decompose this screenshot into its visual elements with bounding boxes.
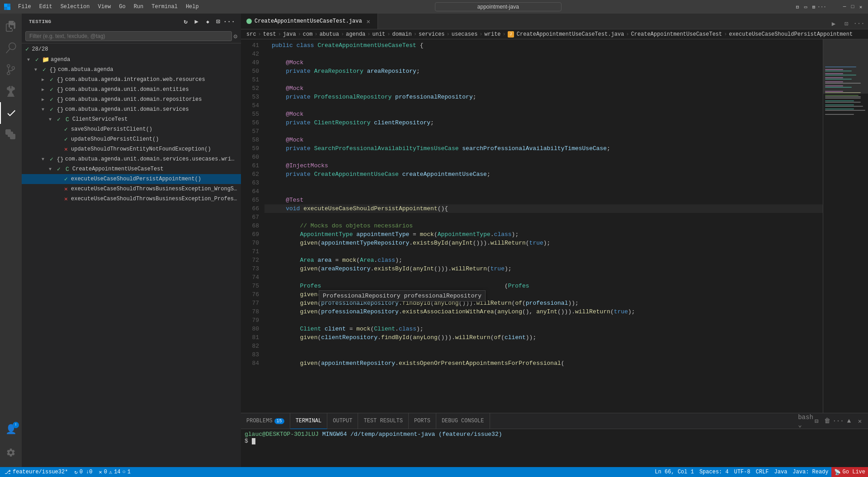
accounts-activity-icon[interactable]: 👤 ! <box>0 418 22 440</box>
sidebar-item-execute-should-persist[interactable]: ▶ ✓ executeUseCaseShouldPersistAppointme… <box>22 174 241 184</box>
debug-tests-button[interactable]: ⬥ <box>203 17 212 26</box>
menu-terminal[interactable]: Terminal <box>148 3 181 11</box>
split-terminal-button[interactable]: ⊟ <box>812 416 821 425</box>
update-throws-label: updateShouldThrowsEntityNotFoundExceptio… <box>71 146 211 152</box>
menu-run[interactable]: Run <box>130 3 147 11</box>
status-errors[interactable]: ✕ 0 ⚠ 14 ○ 1 <box>96 467 133 477</box>
sidebar-item-professional-not-available[interactable]: ▶ ✕ executeUseCaseShouldThrowsBusinessEx… <box>22 194 241 204</box>
breadcrumb-write[interactable]: write <box>485 31 501 38</box>
close-button[interactable]: ✕ <box>857 3 864 10</box>
filter-icon[interactable]: ⚙ <box>234 33 237 40</box>
sidebar-item-wrong-start-end[interactable]: ▶ ✕ executeUseCaseShouldThrowsBusinessEx… <box>22 184 241 194</box>
breadcrumb-services[interactable]: services <box>419 31 445 38</box>
status-line-endings[interactable]: CRLF <box>753 467 772 477</box>
window-layout2[interactable]: ⊞ <box>810 3 817 10</box>
menu-file[interactable]: File <box>14 3 35 11</box>
tab-output[interactable]: OUTPUT <box>327 413 358 429</box>
menu-view[interactable]: View <box>94 3 114 11</box>
breadcrumb-java[interactable]: java <box>283 31 296 38</box>
refresh-tests-button[interactable]: ↻ <box>181 17 190 26</box>
testing-activity-icon[interactable] <box>0 102 22 124</box>
breadcrumb-file[interactable]: CreateAppointmentUseCaseTest.java <box>517 31 624 38</box>
filter-bar: ⚙ <box>22 29 241 43</box>
sidebar-item-update-throws[interactable]: ▶ ✕ updateShouldThrowsEntityNotFoundExce… <box>22 144 241 154</box>
run-debug-activity-icon[interactable] <box>0 80 22 102</box>
tab-create-appointment-test[interactable]: CreateAppointmentUseCaseTest.java ✕ <box>241 14 378 29</box>
status-sync[interactable]: ↻ 0 ↓0 <box>71 467 95 477</box>
window-layout[interactable]: ▭ <box>802 3 809 10</box>
tab-terminal[interactable]: TERMINAL <box>290 413 328 429</box>
sidebar-item-agenda[interactable]: ▼ ✓ 📁 agenda <box>22 55 241 65</box>
save-status-icon: ✓ <box>62 126 70 133</box>
tab-close-button[interactable]: ✕ <box>365 18 372 25</box>
breadcrumb-src[interactable]: src <box>246 31 256 38</box>
terminal-content[interactable]: glauc@DESKTOP-3O1JLUJ MINGW64 /d/temp/ap… <box>241 429 868 467</box>
sidebar-item-update-should-persist[interactable]: ▶ ✓ updateShouldPersistClient() <box>22 134 241 144</box>
more-actions-button[interactable]: ··· <box>225 17 234 26</box>
code-line-75: Profes (Profes ProfessionalRepository pr… <box>264 282 823 290</box>
sidebar-item-create-appointment-test[interactable]: ▼ ✓ C CreateAppointmentUseCaseTest <box>22 164 241 174</box>
minimize-button[interactable]: ─ <box>841 3 848 10</box>
extensions-activity-icon[interactable] <box>0 124 22 146</box>
sidebar-item-services[interactable]: ▼ ✓ {} com.abutua.agenda.unit.domain.ser… <box>22 104 241 114</box>
status-position[interactable]: Ln 66, Col 1 <box>652 467 696 477</box>
restore-button[interactable]: □ <box>849 3 856 10</box>
svg-rect-2 <box>4 7 7 10</box>
status-java-ready[interactable]: Java: Ready <box>790 467 831 477</box>
breadcrumb-agenda[interactable]: agenda <box>346 31 365 38</box>
window-split-editor[interactable]: ⊟ <box>794 3 801 10</box>
breadcrumb-abutua[interactable]: abutua <box>320 31 339 38</box>
source-control-activity-icon[interactable] <box>0 59 22 80</box>
minimap[interactable] <box>823 39 868 413</box>
menu-edit[interactable]: Edit <box>36 3 56 11</box>
sidebar-item-usecases-write[interactable]: ▼ ✓ {} com.abutua.agenda.unit.domain.ser… <box>22 154 241 164</box>
wrong-status-icon: ✕ <box>62 185 70 193</box>
more-tab-actions-button[interactable]: ··· <box>854 18 864 29</box>
explorer-activity-icon[interactable] <box>0 15 22 37</box>
new-terminal-button[interactable]: bash ⌄ <box>801 416 810 425</box>
tab-problems[interactable]: PROBLEMS 15 <box>241 413 290 429</box>
status-branch[interactable]: ⎇ feateure/issue32* <box>2 467 71 477</box>
tab-ports[interactable]: PORTS <box>409 413 436 429</box>
status-encoding[interactable]: UTF-8 <box>731 467 753 477</box>
status-go-live[interactable]: 📡 Go Live <box>831 467 868 477</box>
tab-test-results[interactable]: TEST RESULTS <box>358 413 408 429</box>
sidebar-item-intregation[interactable]: ▶ ✓ {} com.abutua.agenda.intregation.web… <box>22 75 241 85</box>
intregation-label: com.abutua.agenda.intregation.web.resour… <box>65 76 205 83</box>
split-editor-button[interactable]: ⊡ <box>841 18 852 29</box>
status-spaces[interactable]: Spaces: 4 <box>697 467 731 477</box>
breadcrumb-unit[interactable]: unit <box>373 31 386 38</box>
settings-activity-icon[interactable] <box>0 442 22 463</box>
breadcrumb-com[interactable]: com <box>303 31 313 38</box>
sidebar-item-save-should-persist[interactable]: ▶ ✓ saveShouldPersistClient() <box>22 124 241 134</box>
terminal-more-button[interactable]: ··· <box>834 416 843 425</box>
status-language[interactable]: Java <box>772 467 790 477</box>
terminal-user: glauc@DESKTOP-3O1JLUJ <box>245 431 319 438</box>
breadcrumb-usecases[interactable]: usecases <box>452 31 478 38</box>
menu-help[interactable]: Help <box>182 3 203 11</box>
breadcrumb-method[interactable]: executeUseCaseShouldPersistAppointment <box>729 31 853 38</box>
global-search-input[interactable] <box>435 2 561 11</box>
close-panel-button[interactable]: ✕ <box>855 416 864 425</box>
breadcrumb-test[interactable]: test <box>263 31 276 38</box>
test-filter-input[interactable] <box>25 31 232 41</box>
sidebar-item-entities[interactable]: ▶ ✓ {} com.abutua.agenda.unit.domain.ent… <box>22 85 241 94</box>
sidebar-item-clientservicetest[interactable]: ▼ ✓ C ClientServiceTest <box>22 114 241 124</box>
show-output-button[interactable]: ⊡ <box>214 17 223 26</box>
menu-selection[interactable]: Selection <box>57 3 94 11</box>
maximize-panel-button[interactable]: ▲ <box>844 416 854 425</box>
code-line-56: private ClientRepository clientRepositor… <box>264 118 823 127</box>
breadcrumb-class[interactable]: CreateAppointmentUseCaseTest <box>631 31 722 38</box>
tab-debug-console[interactable]: DEBUG CONSOLE <box>436 413 490 429</box>
menu-go[interactable]: Go <box>115 3 129 11</box>
run-all-tests-button[interactable]: ▶ <box>192 17 201 26</box>
search-activity-icon[interactable] <box>0 37 22 59</box>
kill-terminal-button[interactable]: 🗑 <box>823 416 832 425</box>
sidebar-item-repositories[interactable]: ▶ ✓ {} com.abutua.agenda.unit.domain.rep… <box>22 94 241 104</box>
code-line-65: @Test ✓ <box>264 196 823 204</box>
run-debug-tab-button[interactable]: ▶ <box>828 18 839 29</box>
breadcrumb-domain[interactable]: domain <box>392 31 412 38</box>
window-more[interactable]: ··· <box>818 3 826 10</box>
sidebar-item-com-abutua-agenda[interactable]: ▼ ✓ {} com.abutua.agenda <box>22 65 241 75</box>
code-content[interactable]: public class CreateAppointmentUseCaseTes… <box>264 39 823 413</box>
